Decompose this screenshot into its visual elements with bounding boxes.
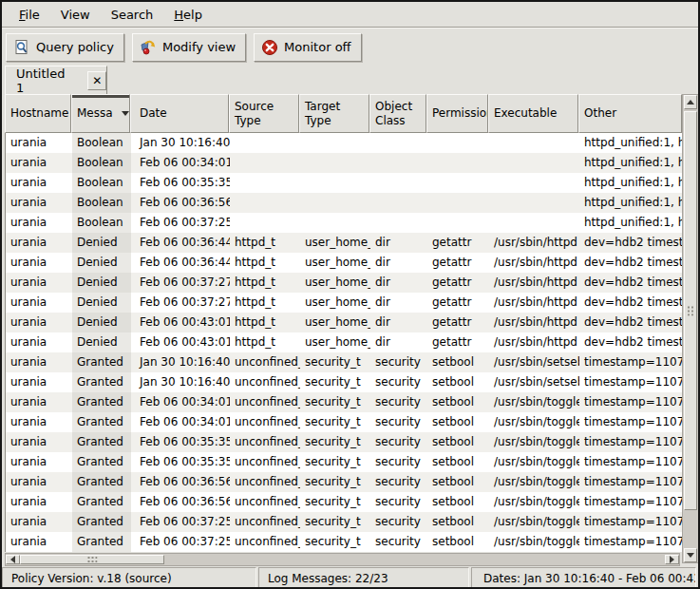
table-row[interactable]: uraniaGrantedFeb 06 00:34:01unconfined_s… bbox=[6, 412, 682, 432]
column-header-label: Permission bbox=[432, 106, 488, 121]
column-header-permission[interactable]: Permission bbox=[426, 94, 488, 133]
cell-executable: /usr/sbin/httpd bbox=[489, 273, 579, 293]
table-row[interactable]: uraniaDeniedFeb 06 00:43:01httpd_tuser_h… bbox=[6, 313, 682, 332]
menu-search[interactable]: Search bbox=[103, 5, 162, 25]
arrow-right-icon bbox=[670, 556, 674, 563]
cell-object_class: dir bbox=[370, 313, 427, 332]
cell-date: Feb 06 00:35:35 bbox=[131, 173, 230, 193]
column-header-other[interactable]: Other bbox=[578, 94, 682, 133]
menu-file[interactable]: File bbox=[10, 5, 48, 25]
cell-message: Granted bbox=[72, 492, 131, 512]
cell-source_type: unconfined_ bbox=[230, 472, 300, 492]
table-row[interactable]: uraniaGrantedFeb 06 00:34:01unconfined_s… bbox=[6, 392, 682, 412]
table-row[interactable]: uraniaBooleanFeb 06 00:37:25httpd_unifie… bbox=[6, 213, 682, 233]
cell-target_type: security_t bbox=[300, 372, 370, 392]
monitor-off-button[interactable]: Monitor off bbox=[254, 33, 361, 62]
scroll-left-button[interactable] bbox=[6, 555, 20, 564]
cell-other: timestamp=11076 bbox=[579, 432, 682, 452]
table-row[interactable]: uraniaGrantedFeb 06 00:35:35unconfined_s… bbox=[6, 452, 682, 472]
cell-executable: /usr/sbin/httpd bbox=[489, 293, 579, 313]
cell-source_type: unconfined_ bbox=[230, 412, 300, 432]
table-row[interactable]: uraniaGrantedFeb 06 00:35:35unconfined_s… bbox=[6, 432, 682, 452]
column-header-object_class[interactable]: Object Class bbox=[369, 94, 426, 133]
cell-source_type bbox=[230, 173, 300, 193]
table-row[interactable]: uraniaGrantedFeb 06 00:36:56unconfined_s… bbox=[6, 492, 682, 512]
cell-target_type bbox=[300, 213, 370, 233]
column-header-date[interactable]: Date bbox=[130, 94, 229, 133]
table-row[interactable]: uraniaDeniedFeb 06 00:36:44httpd_tuser_h… bbox=[6, 233, 682, 253]
cell-permission: getattr bbox=[427, 273, 489, 293]
cell-object_class: security bbox=[370, 532, 427, 552]
cell-other: httpd_unified:1, h bbox=[579, 193, 682, 213]
table-row[interactable]: uraniaDeniedFeb 06 00:37:27httpd_tuser_h… bbox=[6, 273, 682, 293]
menu-view[interactable]: View bbox=[52, 5, 99, 25]
column-header-target_type[interactable]: Target Type bbox=[299, 94, 369, 133]
table-row[interactable]: uraniaGrantedJan 30 10:16:40unconfined_s… bbox=[6, 372, 682, 392]
table-row[interactable]: uraniaGrantedFeb 06 00:37:25unconfined_s… bbox=[6, 512, 682, 532]
cell-source_type: httpd_t bbox=[230, 293, 300, 313]
cell-hostname: urania bbox=[6, 173, 72, 193]
table-row[interactable]: uraniaBooleanJan 30 10:16:40httpd_unifie… bbox=[6, 133, 682, 153]
query-policy-button[interactable]: Query policy bbox=[6, 33, 124, 62]
cell-executable: /usr/sbin/setseb bbox=[489, 352, 579, 372]
cell-permission: setbool bbox=[427, 392, 489, 412]
cell-hostname: urania bbox=[6, 472, 72, 492]
monitor-off-icon bbox=[261, 39, 278, 56]
vertical-scrollbar[interactable] bbox=[682, 94, 699, 563]
cell-permission: setbool bbox=[427, 472, 489, 492]
menu-help[interactable]: Help bbox=[165, 5, 211, 25]
cell-permission: getattr bbox=[427, 332, 489, 352]
tab-close-button[interactable]: ✕ bbox=[87, 71, 106, 90]
scroll-up-button[interactable] bbox=[684, 95, 697, 109]
table-row[interactable]: uraniaBooleanFeb 06 00:34:01httpd_unifie… bbox=[6, 153, 682, 173]
cell-hostname: urania bbox=[6, 492, 72, 512]
table-row[interactable]: uraniaDeniedFeb 06 00:37:27httpd_tuser_h… bbox=[6, 293, 682, 313]
column-header-label: Source Type bbox=[235, 100, 274, 128]
cell-date: Feb 06 00:36:56 bbox=[131, 492, 230, 512]
cell-object_class: security bbox=[370, 412, 427, 432]
table-row[interactable]: uraniaBooleanFeb 06 00:35:35httpd_unifie… bbox=[6, 173, 682, 193]
column-header-hostname[interactable]: Hostname bbox=[5, 94, 71, 133]
table-row[interactable]: uraniaBooleanFeb 06 00:36:56httpd_unifie… bbox=[6, 193, 682, 213]
table-row[interactable]: uraniaGrantedFeb 06 00:36:56unconfined_s… bbox=[6, 472, 682, 492]
status-bar: Policy Version: v.18 (source) Log Messag… bbox=[2, 567, 698, 589]
tab-untitled-1[interactable]: Untitled 1 ✕ bbox=[5, 66, 107, 94]
arrow-left-icon bbox=[10, 556, 15, 563]
query-policy-label: Query policy bbox=[36, 40, 114, 54]
table-row[interactable]: uraniaDeniedFeb 06 00:36:44httpd_tuser_h… bbox=[6, 253, 682, 273]
modify-view-label: Modify view bbox=[162, 40, 236, 54]
cell-target_type: user_home_ bbox=[300, 233, 370, 253]
vertical-scrollbar-thumb[interactable] bbox=[684, 111, 697, 510]
table-row[interactable]: uraniaGrantedJan 30 10:16:40unconfined_s… bbox=[6, 352, 682, 372]
cell-hostname: urania bbox=[6, 133, 72, 153]
cell-target_type: security_t bbox=[300, 532, 370, 552]
cell-other: timestamp=11076 bbox=[579, 532, 682, 552]
column-header-executable[interactable]: Executable bbox=[488, 94, 578, 133]
menu-search-label: Search bbox=[111, 8, 154, 22]
cell-message: Granted bbox=[72, 412, 131, 432]
cell-executable: /usr/sbin/toggle bbox=[489, 412, 579, 432]
column-header-message[interactable]: Messa bbox=[71, 94, 130, 133]
seaudit-window: File View Search Help Query policy bbox=[0, 0, 700, 589]
cell-target_type: user_home_ bbox=[300, 293, 370, 313]
status-log-messages: Log Messages: 22/23 bbox=[258, 567, 469, 589]
cell-object_class: security bbox=[370, 492, 427, 512]
cell-date: Feb 06 00:35:35 bbox=[131, 432, 230, 452]
cell-permission: setbool bbox=[427, 372, 489, 392]
table-row[interactable]: uraniaGrantedFeb 06 00:37:25unconfined_s… bbox=[6, 532, 682, 552]
horizontal-scrollbar-thumb[interactable] bbox=[20, 555, 164, 564]
modify-view-button[interactable]: Modify view bbox=[132, 33, 246, 62]
column-header-label: Other bbox=[584, 106, 616, 121]
table-row[interactable]: uraniaDeniedFeb 06 00:43:01httpd_tuser_h… bbox=[6, 332, 682, 352]
cell-object_class bbox=[370, 133, 427, 153]
arrow-down-icon bbox=[687, 553, 694, 558]
column-header-source_type[interactable]: Source Type bbox=[229, 94, 299, 133]
query-policy-icon bbox=[13, 39, 30, 56]
cell-other: httpd_unified:1, h bbox=[579, 133, 682, 153]
horizontal-scrollbar[interactable] bbox=[5, 553, 680, 566]
cell-message: Denied bbox=[72, 313, 131, 332]
scroll-right-button[interactable] bbox=[665, 555, 679, 564]
cell-target_type: user_home_ bbox=[300, 273, 370, 293]
tab-bar: Untitled 1 ✕ bbox=[2, 65, 698, 94]
scroll-down-button[interactable] bbox=[684, 548, 697, 562]
